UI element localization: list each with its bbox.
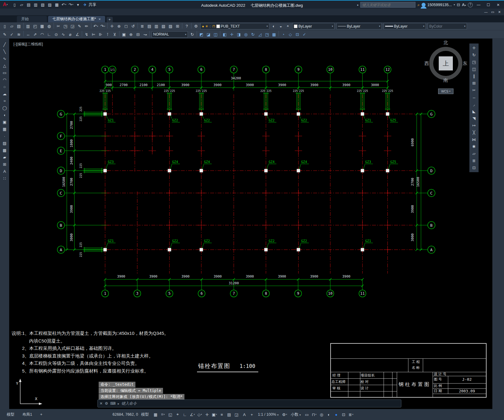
account-caret-icon[interactable]: ▾: [454, 3, 455, 6]
erase-tool-icon[interactable]: ▱: [470, 150, 478, 157]
save-file-icon[interactable]: ▤: [25, 1, 32, 8]
ortho-mode-toggle[interactable]: ∟: [181, 411, 189, 418]
table-tool-icon[interactable]: ⊞: [1, 161, 8, 168]
view-compass[interactable]: 上 北 西 东 南: [421, 39, 470, 91]
autoscale-toggle[interactable]: +: [248, 411, 256, 418]
dim-arc-icon[interactable]: ◠: [39, 31, 46, 38]
dim-jog-line-icon[interactable]: ↝: [142, 31, 149, 38]
taper-faces-icon[interactable]: ◿: [256, 31, 263, 38]
dim-linear-icon[interactable]: ↔: [25, 31, 32, 38]
drawing-canvas[interactable]: .g{stroke:#00c80a;stroke-width:1}.tk{str…: [9, 39, 492, 409]
move-tool-icon[interactable]: ✛: [470, 44, 478, 51]
break-tool-icon[interactable]: ╳: [470, 129, 478, 136]
save-as-icon[interactable]: ▥: [32, 1, 39, 8]
customization-icon[interactable]: ≣▾: [347, 411, 354, 418]
share-icon[interactable]: ✈: [81, 1, 89, 8]
dim-inspect-icon[interactable]: ⊟: [135, 31, 142, 38]
dim-baseline-icon[interactable]: ⊨: [90, 31, 97, 38]
selection-cycling-toggle[interactable]: ◲: [233, 411, 240, 418]
notification-badge[interactable]: ●: [332, 411, 340, 418]
layer-translator-icon[interactable]: ≋: [15, 31, 22, 38]
layer-thaw-sun-icon[interactable]: ☀: [205, 24, 208, 28]
lineweight-dropdown[interactable]: ByLayer ▾: [384, 23, 426, 29]
mirror-tool-icon[interactable]: ◫: [470, 66, 478, 73]
dimstyle-dropdown[interactable]: NORMAL ▾: [152, 31, 188, 38]
model-space-toggle[interactable]: 模型: [139, 411, 151, 418]
spline-tool-icon[interactable]: ≈: [1, 97, 8, 104]
command-close-icon[interactable]: ✕: [100, 401, 103, 406]
dynamic-input-toggle[interactable]: ⌖: [174, 411, 181, 418]
doc-close-icon[interactable]: ✕: [496, 9, 503, 15]
help-menu-icon[interactable]: ?: [468, 2, 473, 7]
sheet-set-manager-icon[interactable]: ▨: [46, 1, 53, 8]
dim-update-icon[interactable]: ↻: [189, 31, 196, 38]
doc-restore-icon[interactable]: ▭: [489, 9, 496, 15]
open-file-icon[interactable]: ▱: [18, 1, 25, 8]
annotation-visibility-toggle[interactable]: A: [241, 411, 248, 418]
dim-continue-icon[interactable]: ⊪: [97, 31, 104, 38]
help-icon[interactable]: ?: [183, 23, 190, 30]
ellipse-tool-icon[interactable]: ◯: [1, 104, 8, 112]
explode-tool-icon[interactable]: ✱: [470, 143, 478, 150]
dim-break-icon[interactable]: ⊻: [111, 31, 118, 38]
copy-icon[interactable]: ◳: [62, 23, 69, 30]
undo-tool-icon[interactable]: ↶▾: [92, 23, 99, 30]
layer-on-bulb-icon[interactable]: ●: [202, 24, 204, 28]
properties-tool-icon[interactable]: ≣: [470, 157, 478, 164]
xline-tool-icon[interactable]: ╲: [1, 48, 8, 55]
chamfer-tool-icon[interactable]: ◣: [470, 108, 478, 115]
tab-current-drawing[interactable]: 七层钢结构办公楼施工图* ×: [48, 16, 105, 22]
app-store-cart-icon[interactable]: ⊟: [457, 2, 460, 7]
lock-ui-toggle[interactable]: ⊓▾: [310, 411, 318, 418]
sheet-set-icon[interactable]: ▨: [167, 23, 174, 30]
object-snap-tracking-toggle[interactable]: ✛: [203, 411, 211, 418]
new-tab-button[interactable]: +: [107, 17, 113, 22]
new-file-icon[interactable]: ▯: [11, 1, 18, 8]
quick-dim-icon[interactable]: ↯: [83, 31, 90, 38]
linetype-dropdown[interactable]: ByLayer ▾: [336, 23, 382, 29]
autocad-logo[interactable]: A▾: [1, 1, 9, 8]
ellipse-arc-tool-icon[interactable]: ◖: [1, 112, 8, 119]
object-snap-toggle[interactable]: ▣▾: [211, 411, 218, 418]
annotation-scale-icon[interactable]: ▧: [160, 23, 167, 30]
cut-icon[interactable]: ✂: [55, 23, 62, 30]
plot-preview-icon[interactable]: ◰: [32, 23, 39, 30]
offset-tool-icon[interactable]: ∥: [470, 73, 478, 80]
account-avatar-icon[interactable]: [422, 3, 426, 7]
gradient-tool-icon[interactable]: ▩: [1, 147, 8, 154]
tolerance-icon[interactable]: ▣: [120, 31, 127, 38]
plot-icon[interactable]: ▥: [25, 23, 32, 30]
center-mark-icon[interactable]: ⊕: [127, 31, 135, 38]
publish-icon[interactable]: ◍: [46, 23, 53, 30]
compass-west-label[interactable]: 西: [424, 61, 429, 66]
viewport-controls[interactable]: [-][俯视][二维线框]: [13, 42, 43, 47]
wcs-indicator[interactable]: WCS▾: [438, 89, 453, 94]
command-input-bar[interactable]: ✕ ⚙ ⌨ ▸ 键入命令: [97, 399, 401, 407]
copy-faces-icon[interactable]: ◳: [263, 31, 271, 38]
stretch-tool-icon[interactable]: ↦: [470, 122, 478, 129]
quick-calc-icon[interactable]: ⊞: [174, 23, 181, 30]
isometric-drafting-toggle[interactable]: ◇▾: [196, 411, 203, 418]
layer-manager-icon[interactable]: ▥: [153, 23, 160, 30]
offset-faces-icon[interactable]: ◨: [235, 31, 242, 38]
layer-off-icon[interactable]: ◐: [270, 23, 277, 30]
circle-tool-icon[interactable]: ○: [1, 83, 8, 90]
isolate-objects-toggle[interactable]: ◎: [318, 411, 325, 418]
list-tool-icon[interactable]: ⊡: [470, 164, 478, 171]
array-tool-icon[interactable]: ⊞: [470, 80, 478, 87]
layer-properties-icon[interactable]: ≣: [139, 23, 146, 30]
search-input[interactable]: [360, 2, 415, 8]
open-icon[interactable]: ▱: [8, 23, 15, 30]
clean-icon[interactable]: ◇: [287, 31, 294, 38]
block-editor-icon[interactable]: ✏: [83, 23, 90, 30]
join-tool-icon[interactable]: ⋈: [470, 136, 478, 143]
close-button[interactable]: ✕: [494, 2, 502, 8]
layer-freeze-icon[interactable]: ◓: [284, 23, 291, 30]
rotate-faces-icon[interactable]: ↻: [249, 31, 256, 38]
qsave-icon[interactable]: ▤: [15, 23, 22, 30]
quick-properties-toggle[interactable]: ▭: [303, 411, 310, 418]
autodesk-a-icon[interactable]: A▾: [462, 2, 466, 7]
arc-tool-icon[interactable]: ◠: [1, 76, 8, 83]
dim-ordinate-icon[interactable]: ∟: [46, 31, 53, 38]
hatch-tool-icon[interactable]: ▨: [1, 140, 8, 147]
